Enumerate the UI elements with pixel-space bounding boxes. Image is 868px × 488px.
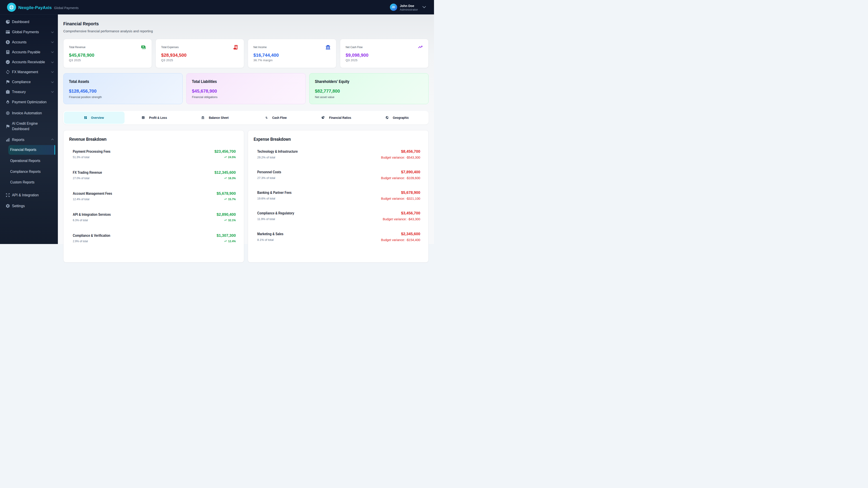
svg-text:$: $ xyxy=(7,40,8,43)
